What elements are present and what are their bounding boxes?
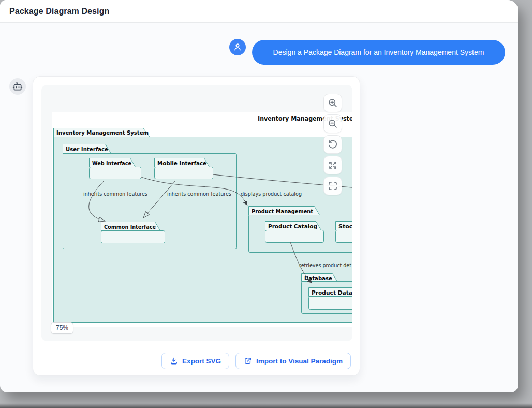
download-icon (170, 357, 178, 365)
user-icon (233, 42, 242, 52)
zoom-in-button[interactable] (323, 94, 342, 112)
fit-view-icon (328, 181, 338, 191)
diagram-canvas[interactable]: Inventory Management System Inventory Ma… (41, 85, 352, 341)
package-product-data: Product Data (309, 288, 353, 310)
zoom-in-icon (328, 98, 338, 108)
svg-text:User Interface: User Interface (66, 146, 108, 153)
expand-icon (328, 160, 338, 170)
svg-text:Product Data: Product Data (312, 289, 352, 296)
edge-label: displays product catalog (241, 191, 302, 197)
export-svg-label: Export SVG (182, 357, 221, 365)
package-diagram-svg: Inventory Management System Inventory Ma… (52, 112, 352, 327)
package-mobile-interface: Mobile Interface (155, 158, 213, 179)
app-window: Package Diagram Design Design a Package … (0, 0, 518, 392)
package-stock: Stoc (336, 222, 353, 243)
export-svg-button[interactable]: Export SVG (161, 353, 229, 369)
diagram-plane[interactable]: Inventory Management System Inventory Ma… (52, 112, 352, 327)
zoom-out-icon (328, 119, 338, 129)
package-common-interface: Common Interface (101, 222, 165, 243)
header: Package Diagram Design (0, 0, 518, 23)
zoom-level-badge: 75% (51, 322, 73, 334)
user-message-bubble: Design a Package Diagram for an Inventor… (252, 40, 505, 65)
edge-label: inherits common features (83, 191, 147, 197)
canvas-controls (323, 94, 342, 195)
external-link-icon (244, 357, 252, 365)
svg-text:Product Catalog: Product Catalog (268, 223, 317, 230)
svg-text:Stoc: Stoc (338, 223, 352, 230)
svg-text:Product Management: Product Management (252, 208, 313, 215)
diagram-actions: Export SVG Import to Visual Paradigm (161, 353, 351, 369)
expand-button[interactable] (323, 156, 342, 174)
user-avatar (229, 39, 246, 55)
svg-text:Database: Database (304, 275, 332, 282)
edge-label: retrieves product det (299, 262, 352, 269)
bot-icon (12, 81, 23, 92)
package-product-catalog: Product Catalog (265, 222, 324, 243)
edge-label: inherits common features (167, 191, 231, 197)
reset-view-button[interactable] (323, 135, 342, 154)
svg-text:Inventory Management System: Inventory Management System (56, 129, 149, 136)
svg-text:Common Interface: Common Interface (104, 224, 156, 230)
import-visual-paradigm-button[interactable]: Import to Visual Paradigm (235, 353, 351, 369)
svg-text:Mobile Interface: Mobile Interface (157, 160, 206, 167)
svg-text:Web Interface: Web Interface (92, 160, 131, 167)
fit-view-button[interactable] (323, 177, 342, 195)
reset-icon (328, 139, 338, 150)
import-visual-paradigm-label: Import to Visual Paradigm (256, 357, 343, 365)
zoom-out-button[interactable] (323, 114, 342, 133)
bot-avatar (9, 78, 26, 95)
page-title: Package Diagram Design (9, 7, 109, 16)
diagram-card: Inventory Management System Inventory Ma… (33, 76, 360, 376)
